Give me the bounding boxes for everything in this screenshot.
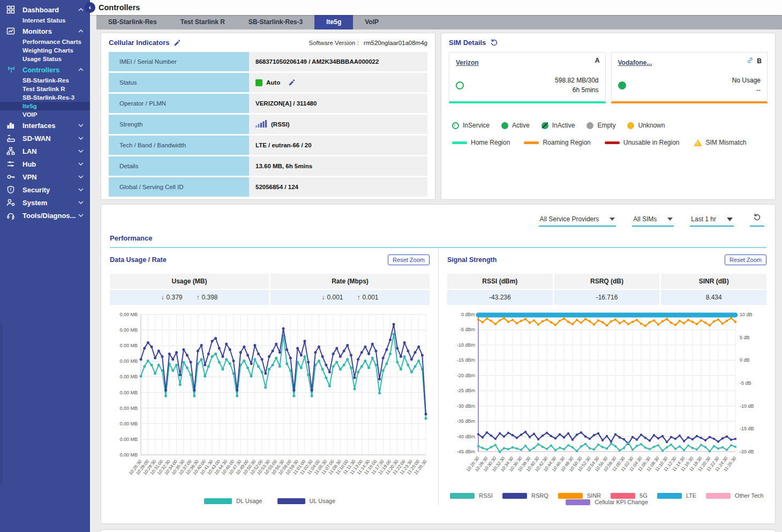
legend-item-rsrq: RSRQ — [502, 492, 548, 499]
sim-usage: 598.82 MB/30d6h 5mins — [555, 76, 598, 95]
reset-zoom-button[interactable]: Reset Zoom — [388, 254, 430, 265]
svg-text:-30 dBm: -30 dBm — [457, 403, 475, 409]
status-indicator — [255, 79, 262, 86]
controller-tabbar: SB-Starlink-ResTest Starlink RSB-Starlin… — [96, 15, 782, 29]
upload-value: 0.001 — [363, 294, 379, 301]
interfaces-icon — [6, 121, 18, 130]
svg-text:-15 dB: -15 dB — [740, 426, 754, 431]
data-usage-title: Data Usage / Rate — [110, 256, 167, 264]
stat-value: ↓0.379↑0.398 — [110, 290, 269, 305]
cellular-indicators-title: Cellular Indicators — [109, 39, 169, 47]
sim-card-a[interactable]: VerizonA598.82 MB/30d6h 5mins — [449, 52, 606, 103]
row-label: Details — [109, 156, 249, 176]
legend-item-rssi: RSSI — [450, 492, 493, 499]
sidebar-item-interfaces[interactable]: Interfaces — [0, 119, 90, 132]
legend-item-empty: Empty — [586, 122, 615, 129]
sidebar-item-system[interactable]: System — [0, 196, 90, 209]
sidebar-item-voip[interactable]: VOIP — [0, 110, 90, 119]
dashboard-icon — [6, 5, 18, 14]
sidebar-group-hub: Hub — [0, 158, 90, 170]
chevron-down-icon — [78, 124, 85, 127]
legend-label: SINR — [587, 492, 601, 499]
sidebar-item-weighting-charts[interactable]: Weighting Charts — [0, 46, 90, 55]
table-row: Operator / PLMNVERIZON[A] / 311480 — [109, 94, 427, 113]
sim-name-link[interactable]: Vodafone... — [618, 59, 652, 66]
up-arrow-icon: ↑ — [197, 294, 200, 301]
signal-strength-section: Signal Strength Reset Zoom RSSI (dBm)-43… — [438, 248, 775, 505]
down-arrow-icon: ↓ — [321, 294, 325, 301]
chevron-down-icon — [78, 137, 85, 140]
sidebar-scrollbar[interactable] — [0, 321, 3, 485]
legend-swatch — [611, 493, 635, 499]
chevron-down-icon — [78, 188, 85, 191]
row-value: (RSSI) — [249, 115, 427, 134]
sidebar-item-lte5g[interactable]: lte5g — [0, 102, 90, 110]
row-value: Auto — [249, 73, 427, 92]
legend-label: Cellular KPI Change — [595, 499, 648, 505]
sim-details-panel: SIM Details VerizonA598.82 MB/30d6h 5min… — [441, 33, 776, 200]
edit-icon[interactable] — [174, 39, 181, 47]
edit-icon[interactable] — [288, 79, 296, 86]
legend-swatch — [524, 141, 539, 144]
tab-sb-starlink-res-3[interactable]: SB-Starlink-Res-3 — [237, 15, 314, 29]
tab-test-starlink-r[interactable]: Test Starlink R — [169, 15, 237, 29]
sim-name-link[interactable]: Verizon — [456, 59, 479, 66]
signal-strength-chart[interactable]: 0 dBm-5 dBm-10 dBm-15 dBm-20 dBm-25 dBm-… — [447, 310, 768, 492]
chevron-down-icon — [727, 218, 733, 221]
sidebar-item-monitors[interactable]: Monitors — [0, 25, 90, 38]
sims-select[interactable]: All SIMs — [632, 214, 674, 227]
svg-text:10 dB: 10 dB — [740, 312, 753, 317]
svg-text:-45 dBm: -45 dBm — [457, 449, 475, 454]
table-row: Strength(RSSI) — [109, 115, 427, 134]
sidebar-item-security[interactable]: Security — [0, 183, 90, 196]
stat-value: ↓0.001↑0.001 — [270, 290, 430, 305]
sidebar-collapse-button[interactable]: ‹ — [85, 2, 95, 13]
sidebar-item-label: Hub — [22, 160, 78, 168]
signal-legend-row2: Cellular KPI Change — [447, 499, 766, 505]
sidebar-item-vpn[interactable]: VPN — [0, 170, 90, 183]
time-range-select[interactable]: Last 1 hr — [690, 214, 734, 227]
sidebar-item-usage-status[interactable]: Usage Status — [0, 55, 90, 63]
sidebar-item-sd-wan[interactable]: SD-WAN — [0, 132, 90, 145]
sim-usage-value: No Usage — [732, 76, 761, 85]
tab-voip[interactable]: VoIP — [353, 15, 390, 29]
sidebar-item-label: Monitors — [22, 27, 78, 35]
sidebar-item-tools-diagnos-[interactable]: Tools/Diagnos... — [0, 209, 90, 222]
table-row: Details13.60 MB, 6h 5mins — [109, 156, 427, 176]
chevron-down-icon — [78, 175, 85, 178]
legend-swatch — [277, 498, 305, 504]
legend-item-active: Active — [501, 122, 530, 129]
svg-text:-20 dB: -20 dB — [740, 449, 754, 454]
sidebar-item-sb-starlink-res-3[interactable]: SB-Starlink-Res-3 — [0, 93, 90, 102]
svg-text:-5 dBm: -5 dBm — [460, 327, 475, 332]
sim-card-b[interactable]: Vodafone...BNo Usage-- — [611, 52, 768, 103]
data-usage-chart[interactable]: 0.00 MB0.00 MB0.00 MB0.00 MB0.00 MB0.00 … — [110, 310, 430, 497]
sidebar-item-performance-charts[interactable]: Performance Charts — [0, 38, 90, 46]
row-label: Global / Serving Cell ID — [109, 177, 249, 197]
sim-slot-letter: B — [757, 57, 762, 65]
refresh-icon[interactable] — [750, 213, 764, 227]
svg-text:0.00 MB: 0.00 MB — [119, 437, 138, 442]
reset-zoom-button[interactable]: Reset Zoom — [725, 254, 766, 265]
tab-sb-starlink-res[interactable]: SB-Starlink-Res — [96, 15, 169, 29]
service-provider-select[interactable]: All Service Providers — [539, 214, 616, 227]
sidebar-group-controllers: ControllersSB-Starlink-ResTest Starlink … — [0, 63, 90, 119]
legend-label: RSSI — [479, 492, 493, 499]
sim-usage-value: 598.82 MB/30d — [555, 76, 598, 85]
sidebar-item-internet-status[interactable]: Internet Status — [0, 16, 90, 25]
legend-label: Unknown — [638, 122, 665, 129]
tab-lte5g[interactable]: lte5g — [314, 15, 353, 29]
row-value: 13.60 MB, 6h 5mins — [249, 156, 427, 176]
sidebar-item-sb-starlink-res[interactable]: SB-Starlink-Res — [0, 76, 90, 85]
sim-card-body: 598.82 MB/30d6h 5mins — [456, 76, 599, 95]
down-arrow-icon: ↓ — [161, 294, 164, 301]
refresh-icon[interactable] — [490, 39, 498, 47]
sidebar-item-controllers[interactable]: Controllers — [0, 63, 90, 76]
sidebar-item-lan[interactable]: LAN — [0, 145, 90, 158]
sidebar-item-dashboard[interactable]: Dashboard — [0, 3, 90, 16]
sidebar-item-test-starlink-r[interactable]: Test Starlink R — [0, 85, 90, 93]
svg-text:-35 dBm: -35 dBm — [457, 418, 475, 424]
sidebar-item-hub[interactable]: Hub — [0, 158, 90, 170]
stat-column: RSRQ (dB)-16.716 — [554, 274, 660, 305]
chevron-up-icon — [78, 68, 85, 71]
